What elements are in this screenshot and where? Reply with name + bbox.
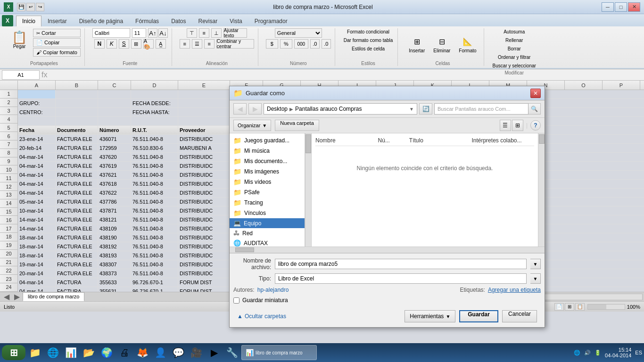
breadcrumb-sep1: ▶ (289, 107, 293, 112)
miniature-checkbox[interactable] (233, 297, 239, 304)
folder-videos[interactable]: 📁 Mis vídeos (230, 177, 305, 187)
hide-folders-button[interactable]: ▲ Ocultar carpetas (237, 313, 286, 320)
dialog-toolbar: Organizar ▼ Nueva carpeta ☰ ⊞ | ? (230, 118, 545, 133)
filename-dropdown[interactable]: ▼ (530, 259, 541, 269)
folder-musica[interactable]: 📁 Mi música (230, 146, 305, 156)
red-icon: 🖧 (233, 230, 239, 237)
dialog-overlay: 📁 Guardar como ✕ ◀ ▶ Desktop ▶ Pantallas… (0, 0, 644, 362)
dialog-title-text: Guardar como (246, 90, 285, 97)
filename-input[interactable] (275, 259, 527, 269)
folder-juegos-label: Juegos guardad... (244, 137, 289, 144)
nav-forward-button[interactable]: ▶ (248, 103, 262, 115)
tools-label: Herramientas (410, 313, 444, 320)
save-dialog: 📁 Guardar como ✕ ◀ ▶ Desktop ▶ Pantallas… (229, 86, 545, 328)
footer-left: ▲ Ocultar carpetas (237, 313, 286, 320)
tools-dropdown-icon: ▼ (446, 314, 450, 319)
folder-vinculos-icon: 📁 (233, 209, 241, 217)
filename-label: Nombre de archivo: (233, 257, 271, 271)
filename-row: Nombre de archivo: ▼ (233, 257, 541, 271)
col-num-header: Nú... (378, 137, 409, 144)
new-folder-button[interactable]: Nueva carpeta (275, 120, 319, 131)
miniature-row: Guardar miniatura (233, 297, 541, 304)
folder-docs[interactable]: 📁 Mis documento... (230, 156, 305, 166)
form-meta: Autores: hp-alejandro Etiquetas: Agregar… (233, 287, 541, 293)
nav-back-button[interactable]: ◀ (233, 103, 247, 115)
dialog-folder-icon: 📁 (233, 89, 243, 98)
miniature-label: Guardar miniatura (242, 297, 288, 304)
breadcrumb-dropdown-icon[interactable]: ▼ (409, 107, 414, 112)
tags-label: Etiquetas: (460, 287, 485, 293)
folder-tracing[interactable]: 📁 Tracing (230, 197, 305, 208)
folder-docs-icon: 📁 (233, 157, 241, 165)
hide-folders-icon: ▲ (237, 313, 243, 320)
authors-label: Autores: (233, 287, 255, 293)
breadcrumb-bar[interactable]: Desktop ▶ Pantallas arauco Compras ▼ (264, 103, 417, 115)
equipo-icon: 💻 (233, 220, 241, 227)
equipo-item[interactable]: 💻 Equipo (230, 218, 305, 228)
folder-musica-icon: 📁 (233, 147, 241, 155)
auditax-icon: 🌐 (233, 239, 241, 247)
dialog-close-button[interactable]: ✕ (530, 89, 541, 98)
folder-juegos[interactable]: 📁 Juegos guardad... (230, 135, 305, 146)
red-item[interactable]: 🖧 Red (230, 228, 305, 238)
search-box[interactable]: Buscar Pantallas arauco Com... (434, 103, 528, 115)
dialog-footer: ▲ Ocultar carpetas Herramientas ▼ Guarda… (233, 307, 541, 323)
dialog-nav-bar: ◀ ▶ Desktop ▶ Pantallas arauco Compras ▼… (230, 100, 545, 118)
folder-tracing-label: Tracing (244, 199, 263, 206)
save-button[interactable]: Guardar (459, 310, 498, 322)
filetype-display: Libro de Excel (275, 273, 527, 284)
auditax-label: AUDITAX (244, 240, 268, 247)
authors-row: Autores: hp-alejandro (233, 287, 289, 293)
left-panel: 📁 Juegos guardad... 📁 Mi música 📁 Mis do… (230, 133, 305, 247)
col-name-header: Nombre (315, 137, 378, 144)
empty-message: Ningún elemento coincide con el criterio… (315, 165, 534, 172)
red-label: Red (242, 230, 253, 237)
folder-vinculos[interactable]: 📁 Vínculos (230, 208, 305, 218)
right-panel-scrollbar[interactable] (538, 133, 545, 247)
folder-docs-label: Mis documento... (244, 158, 287, 165)
folder-psafe-label: PSafe (244, 189, 260, 196)
organize-button[interactable]: Organizar ▼ (233, 120, 271, 131)
view-list-button[interactable]: ☰ (500, 120, 511, 131)
tools-button[interactable]: Herramientas ▼ (405, 310, 455, 322)
cancel-button[interactable]: Cancelar (502, 310, 537, 322)
folder-psafe-icon: 📁 (233, 189, 241, 196)
add-tag-link[interactable]: Agregar una etiqueta (488, 287, 541, 293)
auditax-item[interactable]: 🌐 AUDITAX (230, 238, 305, 247)
folder-videos-label: Mis vídeos (244, 179, 271, 185)
footer-right: Herramientas ▼ Guardar Cancelar (405, 310, 537, 322)
folder-videos-icon: 📁 (233, 178, 241, 186)
dialog-h-scrollbar[interactable] (230, 247, 545, 253)
col-title-header: Título (409, 137, 472, 144)
folder-imagenes-icon: 📁 (233, 168, 241, 175)
folder-imagenes-label: Mis imágenes (244, 168, 279, 175)
search-placeholder: Buscar Pantallas arauco Com... (438, 106, 511, 112)
dialog-bottom: Nombre de archivo: ▼ Tipo: Libro de Exce… (230, 253, 545, 327)
folder-musica-label: Mi música (244, 148, 270, 154)
authors-value: hp-alejandro (257, 287, 289, 293)
search-container: Buscar Pantallas arauco Com... 🔍 (434, 103, 541, 115)
filetype-label: Tipo: (233, 275, 271, 282)
view-details-button[interactable]: ⊞ (512, 120, 523, 131)
equipo-label: Equipo (244, 220, 261, 227)
dialog-title-bar: 📁 Guardar como ✕ (230, 86, 545, 100)
tags-row: Etiquetas: Agregar una etiqueta (460, 287, 541, 293)
dialog-body: 📁 Juegos guardad... 📁 Mi música 📁 Mis do… (230, 133, 545, 247)
filetype-row: Tipo: Libro de Excel ▼ (233, 273, 541, 284)
folder-vinculos-label: Vínculos (244, 210, 266, 216)
view-buttons: ☰ ⊞ | ? (500, 120, 541, 131)
left-panel-scrollbar[interactable] (305, 133, 312, 247)
right-panel: Nombre Nú... Título Intérpretes colabo..… (312, 133, 538, 247)
right-panel-header: Nombre Nú... Título Intérpretes colabo..… (315, 137, 534, 146)
help-button[interactable]: ? (530, 120, 541, 131)
folder-imagenes[interactable]: 📁 Mis imágenes (230, 166, 305, 177)
folder-juegos-icon: 📁 (233, 137, 241, 144)
filetype-dropdown[interactable]: ▼ (530, 273, 541, 284)
folder-tracing-icon: 📁 (233, 199, 241, 206)
col-interp-header: Intérpretes colabo... (471, 137, 534, 144)
organize-dropdown-icon: ▼ (262, 123, 267, 128)
hide-folders-label: Ocultar carpetas (245, 313, 286, 320)
search-icon-button[interactable]: 🔍 (528, 103, 541, 115)
refresh-button[interactable]: 🔄 (419, 103, 432, 115)
folder-psafe[interactable]: 📁 PSafe (230, 187, 305, 197)
